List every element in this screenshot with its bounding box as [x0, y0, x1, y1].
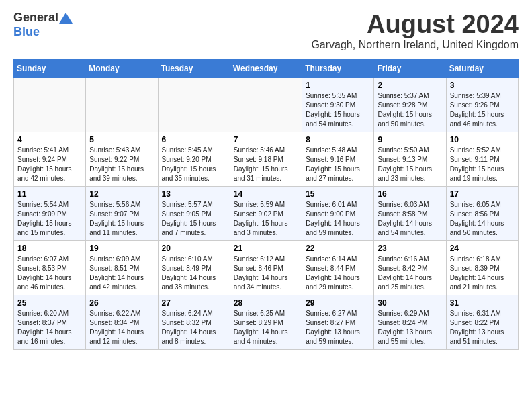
day-info: Sunrise: 6:16 AMSunset: 8:42 PMDaylight:… [378, 255, 442, 292]
day-number: 2 [378, 81, 442, 90]
calendar-cell: 3Sunrise: 5:39 AMSunset: 9:26 PMDaylight… [446, 77, 518, 132]
title-area: August 2024 Garvagh, Northern Ireland, U… [311, 11, 519, 51]
column-header-sunday: Sunday [14, 59, 86, 77]
day-number: 25 [17, 298, 82, 308]
day-number: 17 [450, 189, 515, 199]
day-info: Sunrise: 6:03 AMSunset: 8:58 PMDaylight:… [378, 200, 442, 238]
day-number: 28 [234, 298, 298, 308]
logo-bird-icon [59, 13, 73, 24]
day-info: Sunrise: 5:39 AMSunset: 9:26 PMDaylight:… [450, 91, 515, 129]
logo-general-text: General [13, 11, 58, 25]
svg-marker-0 [59, 13, 73, 24]
day-number: 1 [306, 81, 370, 90]
day-number: 23 [378, 244, 442, 253]
calendar-cell: 23Sunrise: 6:16 AMSunset: 8:42 PMDayligh… [374, 240, 446, 295]
day-number: 31 [450, 298, 515, 308]
calendar-cell: 22Sunrise: 6:14 AMSunset: 8:44 PMDayligh… [302, 240, 374, 295]
page-title: August 2024 [311, 11, 519, 39]
column-header-thursday: Thursday [302, 59, 374, 77]
calendar-cell: 25Sunrise: 6:20 AMSunset: 8:37 PMDayligh… [14, 295, 86, 349]
day-number: 12 [89, 189, 154, 199]
day-info: Sunrise: 5:59 AMSunset: 9:02 PMDaylight:… [234, 200, 298, 238]
day-number: 27 [162, 298, 226, 308]
day-info: Sunrise: 5:45 AMSunset: 9:20 PMDaylight:… [162, 146, 226, 183]
calendar-cell: 5Sunrise: 5:43 AMSunset: 9:22 PMDaylight… [86, 132, 158, 186]
day-number: 8 [306, 135, 370, 144]
logo-blue-text: Blue [13, 25, 40, 38]
calendar-cell: 19Sunrise: 6:09 AMSunset: 8:51 PMDayligh… [86, 240, 158, 295]
calendar-cell: 20Sunrise: 6:10 AMSunset: 8:49 PMDayligh… [158, 240, 230, 295]
day-info: Sunrise: 6:22 AMSunset: 8:34 PMDaylight:… [89, 309, 154, 347]
logo: General Blue [13, 11, 73, 39]
day-info: Sunrise: 6:24 AMSunset: 8:32 PMDaylight:… [162, 309, 226, 347]
day-number: 19 [89, 244, 154, 253]
day-number: 29 [306, 298, 370, 308]
day-number: 4 [17, 135, 82, 144]
day-number: 15 [306, 189, 370, 199]
day-number: 24 [450, 244, 515, 253]
calendar-cell [14, 77, 86, 132]
day-info: Sunrise: 6:14 AMSunset: 8:44 PMDaylight:… [306, 255, 370, 292]
calendar-week-row: 25Sunrise: 6:20 AMSunset: 8:37 PMDayligh… [14, 295, 519, 349]
calendar-cell: 11Sunrise: 5:54 AMSunset: 9:09 PMDayligh… [14, 186, 86, 240]
day-number: 21 [234, 244, 298, 253]
day-number: 9 [378, 135, 442, 144]
day-number: 14 [234, 189, 298, 199]
day-number: 5 [89, 135, 154, 144]
calendar-week-row: 1Sunrise: 5:35 AMSunset: 9:30 PMDaylight… [14, 77, 519, 132]
calendar-week-row: 18Sunrise: 6:07 AMSunset: 8:53 PMDayligh… [14, 240, 519, 295]
calendar-cell: 26Sunrise: 6:22 AMSunset: 8:34 PMDayligh… [86, 295, 158, 349]
calendar-cell: 12Sunrise: 5:56 AMSunset: 9:07 PMDayligh… [86, 186, 158, 240]
calendar-cell: 1Sunrise: 5:35 AMSunset: 9:30 PMDaylight… [302, 77, 374, 132]
calendar-table: SundayMondayTuesdayWednesdayThursdayFrid… [13, 59, 519, 350]
day-info: Sunrise: 6:09 AMSunset: 8:51 PMDaylight:… [89, 255, 154, 292]
day-info: Sunrise: 5:50 AMSunset: 9:13 PMDaylight:… [378, 146, 442, 183]
day-number: 18 [17, 244, 82, 253]
day-info: Sunrise: 5:57 AMSunset: 9:05 PMDaylight:… [162, 200, 226, 238]
calendar-cell [158, 77, 230, 132]
day-info: Sunrise: 6:18 AMSunset: 8:39 PMDaylight:… [450, 255, 515, 292]
day-number: 6 [162, 135, 226, 144]
day-number: 22 [306, 244, 370, 253]
column-header-tuesday: Tuesday [158, 59, 230, 77]
page-header: General Blue August 2024 Garvagh, Northe… [13, 11, 519, 51]
column-header-monday: Monday [86, 59, 158, 77]
day-info: Sunrise: 5:41 AMSunset: 9:24 PMDaylight:… [17, 146, 82, 183]
calendar-cell: 10Sunrise: 5:52 AMSunset: 9:11 PMDayligh… [446, 132, 518, 186]
calendar-cell: 28Sunrise: 6:25 AMSunset: 8:29 PMDayligh… [230, 295, 302, 349]
calendar-cell: 21Sunrise: 6:12 AMSunset: 8:46 PMDayligh… [230, 240, 302, 295]
day-number: 13 [162, 189, 226, 199]
calendar-cell: 7Sunrise: 5:46 AMSunset: 9:18 PMDaylight… [230, 132, 302, 186]
calendar-cell: 29Sunrise: 6:27 AMSunset: 8:27 PMDayligh… [302, 295, 374, 349]
calendar-cell: 17Sunrise: 6:05 AMSunset: 8:56 PMDayligh… [446, 186, 518, 240]
day-info: Sunrise: 6:01 AMSunset: 9:00 PMDaylight:… [306, 200, 370, 238]
calendar-cell: 16Sunrise: 6:03 AMSunset: 8:58 PMDayligh… [374, 186, 446, 240]
calendar-cell: 2Sunrise: 5:37 AMSunset: 9:28 PMDaylight… [374, 77, 446, 132]
day-info: Sunrise: 5:48 AMSunset: 9:16 PMDaylight:… [306, 146, 370, 183]
day-number: 30 [378, 298, 442, 308]
day-info: Sunrise: 5:35 AMSunset: 9:30 PMDaylight:… [306, 91, 370, 129]
calendar-header-row: SundayMondayTuesdayWednesdayThursdayFrid… [14, 59, 519, 77]
calendar-cell: 18Sunrise: 6:07 AMSunset: 8:53 PMDayligh… [14, 240, 86, 295]
day-info: Sunrise: 6:10 AMSunset: 8:49 PMDaylight:… [162, 255, 226, 292]
calendar-cell: 13Sunrise: 5:57 AMSunset: 9:05 PMDayligh… [158, 186, 230, 240]
day-info: Sunrise: 5:46 AMSunset: 9:18 PMDaylight:… [234, 146, 298, 183]
day-info: Sunrise: 5:56 AMSunset: 9:07 PMDaylight:… [89, 200, 154, 238]
day-info: Sunrise: 5:54 AMSunset: 9:09 PMDaylight:… [17, 200, 82, 238]
column-header-friday: Friday [374, 59, 446, 77]
calendar-cell: 30Sunrise: 6:29 AMSunset: 8:24 PMDayligh… [374, 295, 446, 349]
day-info: Sunrise: 5:52 AMSunset: 9:11 PMDaylight:… [450, 146, 515, 183]
day-number: 26 [89, 298, 154, 308]
day-info: Sunrise: 5:43 AMSunset: 9:22 PMDaylight:… [89, 146, 154, 183]
calendar-week-row: 4Sunrise: 5:41 AMSunset: 9:24 PMDaylight… [14, 132, 519, 186]
calendar-cell: 8Sunrise: 5:48 AMSunset: 9:16 PMDaylight… [302, 132, 374, 186]
day-number: 16 [378, 189, 442, 199]
day-number: 11 [17, 189, 82, 199]
calendar-cell: 15Sunrise: 6:01 AMSunset: 9:00 PMDayligh… [302, 186, 374, 240]
calendar-cell: 24Sunrise: 6:18 AMSunset: 8:39 PMDayligh… [446, 240, 518, 295]
calendar-cell: 9Sunrise: 5:50 AMSunset: 9:13 PMDaylight… [374, 132, 446, 186]
calendar-cell [230, 77, 302, 132]
calendar-cell: 6Sunrise: 5:45 AMSunset: 9:20 PMDaylight… [158, 132, 230, 186]
day-info: Sunrise: 6:05 AMSunset: 8:56 PMDaylight:… [450, 200, 515, 238]
calendar-cell: 4Sunrise: 5:41 AMSunset: 9:24 PMDaylight… [14, 132, 86, 186]
